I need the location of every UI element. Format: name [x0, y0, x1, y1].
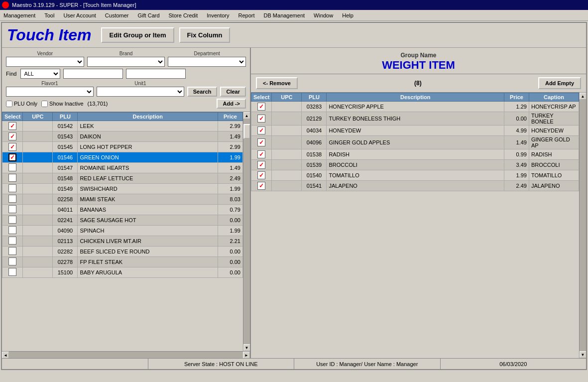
menu-db-management[interactable]: DB Management — [262, 12, 307, 19]
add-empty-button[interactable]: Add Empty — [538, 77, 581, 89]
group-header: Group Name WEIGHT ITEM — [251, 48, 586, 74]
left-table-row[interactable]: 04011BANANAS0.79 — [2, 205, 243, 215]
left-row-select[interactable] — [2, 121, 23, 131]
bottom-scrollbar[interactable]: ◄ ► — [2, 351, 250, 358]
left-table-row[interactable]: 02241SAGE SAUSAGE HOT0.00 — [2, 215, 243, 226]
unit1-select[interactable] — [97, 87, 184, 97]
left-row-select[interactable] — [2, 247, 23, 257]
left-row-select[interactable] — [2, 267, 23, 278]
right-row-select[interactable] — [251, 160, 272, 170]
right-row-select[interactable] — [251, 126, 272, 136]
right-table-row[interactable]: 01540TOMATILLO1.99TOMATILLO — [251, 170, 579, 181]
hscroll-track[interactable] — [9, 352, 243, 358]
right-scroll-track[interactable] — [580, 100, 587, 351]
left-table-row[interactable]: 01543DAIKON1.49 — [2, 131, 243, 142]
left-row-select[interactable] — [2, 215, 23, 226]
hscroll-right-btn[interactable]: ► — [243, 352, 250, 358]
flavor1-select[interactable] — [6, 87, 94, 97]
left-table-row[interactable]: 01545LONG HOT PEPPER2.99 — [2, 142, 243, 152]
left-table-row[interactable]: 15100BABY ARUGULA0.00 — [2, 267, 243, 278]
right-scroll-up-btn[interactable]: ▲ — [580, 93, 587, 100]
left-row-select[interactable] — [2, 226, 23, 236]
right-table-row[interactable]: 04034HONEYDEW4.99HONEYDEW — [251, 126, 579, 136]
find-input[interactable] — [63, 69, 123, 79]
left-scrollbar[interactable]: ▲ ▼ — [243, 112, 250, 351]
left-table-row[interactable]: 02282BEEF SLICED EYE ROUND0.00 — [2, 247, 243, 257]
left-table-row[interactable]: 04090SPINACH1.99 — [2, 226, 243, 236]
add-button[interactable]: Add -> — [217, 99, 246, 109]
scroll-up-btn[interactable]: ▲ — [243, 112, 250, 119]
fix-column-button[interactable]: Fix Column — [179, 27, 231, 43]
right-table-row[interactable]: 02129TURKEY BONELESS THIGH0.00TURKEY BON… — [251, 112, 579, 126]
left-table-row[interactable]: 01547ROMAINE HEARTS1.49 — [2, 163, 243, 173]
left-table-row[interactable]: 01546GREEN ONION1.99 — [2, 152, 243, 163]
left-row-select[interactable] — [2, 152, 23, 163]
menu-inventory[interactable]: Inventory — [205, 12, 231, 19]
menu-tool[interactable]: Tool — [43, 12, 56, 19]
right-table-row[interactable]: 01539BROCCOLI3.49BROCCOLI — [251, 160, 579, 170]
left-row-select[interactable] — [2, 194, 23, 205]
left-table-row[interactable]: 01548RED LEAF LETTUCE2.49 — [2, 173, 243, 184]
right-row-select[interactable] — [251, 170, 272, 181]
right-row-desc: HONEYCRISP APPLE — [327, 102, 504, 112]
right-scroll-down-btn[interactable]: ▼ — [580, 351, 587, 358]
right-row-upc — [272, 112, 302, 126]
left-table-row[interactable]: 02278FP FILET STEAK0.00 — [2, 257, 243, 267]
show-inactive-label[interactable]: Show Inactive — [41, 101, 83, 107]
right-row-select[interactable] — [251, 112, 272, 126]
vendor-select[interactable] — [6, 57, 84, 67]
left-row-select[interactable] — [2, 173, 23, 184]
right-row-select[interactable] — [251, 181, 272, 191]
right-table-row[interactable]: 01541JALAPENO2.49JALAPENO — [251, 181, 579, 191]
left-table-scroll[interactable]: Select UPC PLU Description Price 01542LE… — [2, 112, 243, 351]
left-table-row[interactable]: 01549SWISHCHARD1.99 — [2, 184, 243, 194]
menu-store-credit[interactable]: Store Credit — [167, 12, 200, 19]
menu-customer[interactable]: Customer — [104, 12, 130, 19]
right-scrollbar[interactable]: ▲ ▼ — [579, 93, 586, 358]
title-bar: Maestro 3.19.129 - SUPER - [Touch Item M… — [0, 0, 588, 10]
left-row-plu: 01547 — [53, 163, 78, 173]
scroll-track[interactable] — [243, 119, 250, 344]
left-row-select[interactable] — [2, 184, 23, 194]
scroll-thumb[interactable] — [243, 124, 250, 139]
right-row-select[interactable] — [251, 136, 272, 149]
right-table-row[interactable]: 03283HONEYCRISP APPLE1.29HONEYCRISP AP — [251, 102, 579, 112]
left-row-desc: DAIKON — [78, 131, 218, 142]
left-row-select[interactable] — [2, 131, 23, 142]
brand-select[interactable] — [87, 57, 165, 67]
remove-button[interactable]: <- Remove — [256, 77, 298, 89]
scroll-down-btn[interactable]: ▼ — [243, 344, 250, 351]
right-row-select[interactable] — [251, 102, 272, 112]
menu-user-account[interactable]: User Account — [62, 12, 97, 19]
edit-group-button[interactable]: Edit Group or Item — [101, 27, 174, 43]
right-table-row[interactable]: 04096GINGER GOLD APPLES1.49GINGER GOLD A… — [251, 136, 579, 149]
left-row-select[interactable] — [2, 257, 23, 267]
right-table-scroll[interactable]: Select UPC PLU Description Price Caption… — [251, 93, 579, 358]
left-row-upc — [23, 184, 53, 194]
right-table-row[interactable]: 01538RADISH0.99RADISH — [251, 149, 579, 160]
left-row-select[interactable] — [2, 142, 23, 152]
show-inactive-checkbox[interactable] — [41, 101, 48, 107]
menu-management[interactable]: Management — [2, 12, 37, 19]
plu-only-label[interactable]: PLU Only — [6, 101, 37, 107]
left-row-price: 2.99 — [218, 142, 243, 152]
left-row-select[interactable] — [2, 163, 23, 173]
hscroll-left-btn[interactable]: ◄ — [2, 352, 9, 358]
left-table-row[interactable]: 02258MIAMI STEAK8.03 — [2, 194, 243, 205]
menu-gift-card[interactable]: Gift Card — [136, 12, 161, 19]
menu-help[interactable]: Help — [341, 12, 355, 19]
department-select[interactable] — [168, 57, 246, 67]
right-row-select[interactable] — [251, 149, 272, 160]
left-row-select[interactable] — [2, 205, 23, 215]
left-table-row[interactable]: 01542LEEK2.99 — [2, 121, 243, 131]
right-row-price: 2.49 — [504, 181, 529, 191]
left-row-select[interactable] — [2, 236, 23, 247]
find-input2[interactable] — [126, 69, 186, 79]
find-select[interactable]: ALL — [20, 69, 60, 79]
plu-only-checkbox[interactable] — [6, 101, 12, 107]
clear-button[interactable]: Clear — [220, 87, 246, 97]
menu-window[interactable]: Window — [312, 12, 335, 19]
menu-report[interactable]: Report — [236, 12, 256, 19]
search-button[interactable]: Search — [187, 87, 218, 97]
left-table-row[interactable]: 02113CHICKEN LIVER MT.AIR2.21 — [2, 236, 243, 247]
